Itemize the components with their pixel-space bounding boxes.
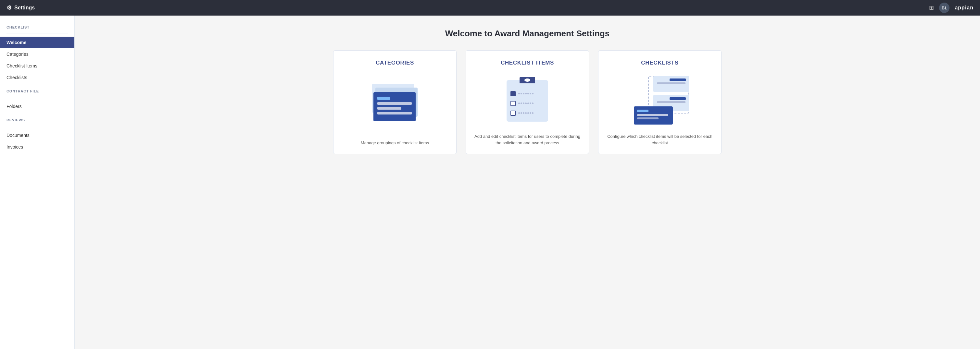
cards-row: CATEGORIES Manage groupings of checklist <box>88 50 967 154</box>
sidebar-item-checklists[interactable]: Checklists <box>0 72 74 83</box>
sidebar-item-welcome[interactable]: Welcome <box>0 36 74 48</box>
grid-icon[interactable]: ⊞ <box>929 4 934 11</box>
topbar: ⚙ Settings ⊞ BL appian <box>0 0 980 16</box>
app-title: Settings <box>14 5 35 11</box>
sidebar-divider-reviews <box>6 126 68 126</box>
checklist-items-card-desc: Add and edit checklist items for users t… <box>474 133 581 146</box>
sidebar-divider-checklist <box>6 33 68 33</box>
checklists-illustration <box>631 72 689 128</box>
sidebar-section-contract-file: CONTRACT FILE <box>0 89 74 95</box>
sidebar-item-categories[interactable]: Categories <box>0 48 74 60</box>
gear-icon: ⚙ <box>6 4 12 11</box>
sidebar-item-folders[interactable]: Folders <box>0 100 74 112</box>
sidebar-section-checklist: CHECKLIST <box>0 25 74 31</box>
categories-card-title: CATEGORIES <box>376 60 414 66</box>
categories-card[interactable]: CATEGORIES Manage groupings of checklist <box>333 50 457 154</box>
sidebar-divider-contract-file <box>6 97 68 97</box>
checklists-card[interactable]: CHECKLISTS <box>598 50 722 154</box>
main-content: Welcome to Award Management Settings CAT… <box>75 16 980 349</box>
topbar-right: ⊞ BL appian <box>929 3 974 13</box>
page-title: Welcome to Award Management Settings <box>88 29 967 39</box>
checklists-icon <box>631 76 689 125</box>
checklists-card-title: CHECKLISTS <box>641 60 678 66</box>
categories-card-desc: Manage groupings of checklist items <box>361 140 429 146</box>
sidebar: CHECKLIST Welcome Categories Checklist I… <box>0 16 75 349</box>
sidebar-item-checklist-items[interactable]: Checklist Items <box>0 60 74 72</box>
checklist-icon <box>501 74 553 126</box>
sidebar-item-documents[interactable]: Documents <box>0 129 74 141</box>
checklist-items-illustration <box>501 72 553 128</box>
appian-logo: appian <box>955 5 974 11</box>
layout: CHECKLIST Welcome Categories Checklist I… <box>0 16 980 349</box>
topbar-left: ⚙ Settings <box>6 4 35 11</box>
checklist-items-card[interactable]: CHECKLIST ITEMS <box>466 50 589 154</box>
categories-icon <box>369 81 421 126</box>
sidebar-section-reviews: REVIEWS <box>0 118 74 124</box>
sidebar-item-invoices[interactable]: Invoices <box>0 141 74 153</box>
checklists-card-desc: Configure which checklist items will be … <box>606 133 713 146</box>
avatar[interactable]: BL <box>939 3 950 13</box>
checklist-items-card-title: CHECKLIST ITEMS <box>501 60 554 66</box>
categories-illustration <box>369 72 421 135</box>
